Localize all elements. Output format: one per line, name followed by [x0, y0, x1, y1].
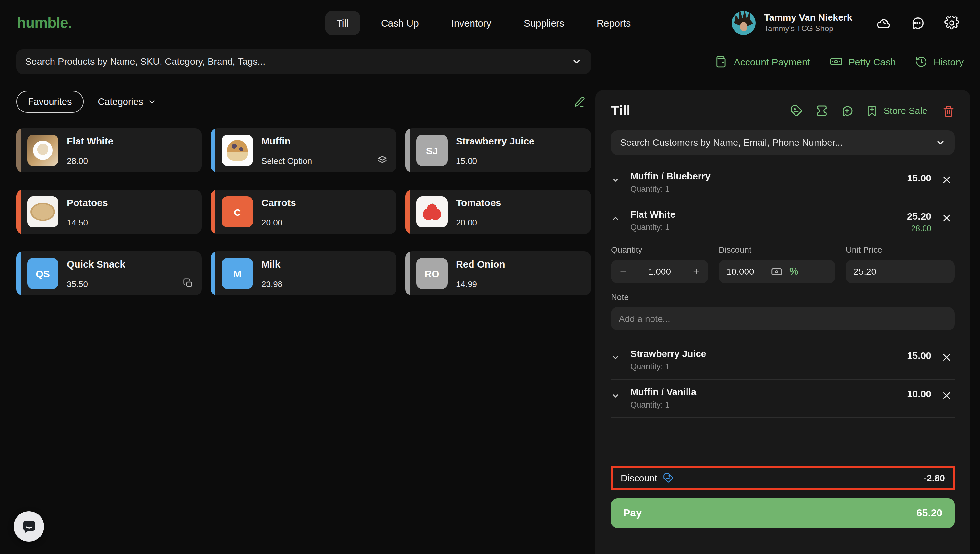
customer-search-input[interactable] [620, 137, 935, 148]
pos-app: humble. Till Cash Up Inventory Suppliers… [0, 0, 980, 554]
customer-search[interactable] [611, 130, 955, 155]
discount-summary-row[interactable]: Discount -2.80 [611, 466, 955, 490]
remove-item-icon[interactable] [942, 349, 955, 362]
clear-till-button[interactable] [942, 105, 955, 117]
product-card-potatoes[interactable]: Potatoes 14.50 [16, 190, 202, 234]
chevron-down-icon [148, 97, 156, 106]
product-name: Potatoes [67, 197, 108, 208]
chevron-down-icon[interactable] [571, 56, 582, 67]
remove-item-icon[interactable] [942, 171, 955, 185]
expand-chevron-down-icon[interactable] [611, 387, 630, 400]
store-sale-label: Store Sale [884, 106, 927, 116]
favourites-button[interactable]: Favourites [16, 91, 83, 113]
tab-cash-up[interactable]: Cash Up [369, 11, 431, 35]
expand-chevron-down-icon[interactable] [611, 349, 630, 362]
product-price: 35.50 [67, 279, 88, 289]
product-image [222, 135, 253, 166]
note-input-box [611, 307, 955, 330]
cart-item-muffin-blueberry: Muffin / Blueberry Quantity: 1 15.00 [611, 164, 955, 202]
product-card-carrots[interactable]: C Carrots 20.00 [211, 190, 396, 234]
collapse-chevron-up-icon[interactable] [611, 209, 630, 223]
product-card-quick-snack[interactable]: QS Quick Snack 35.50 [16, 252, 202, 296]
discount-cash-mode-icon[interactable] [771, 265, 783, 278]
voucher-button[interactable] [816, 104, 828, 117]
till-header: Till Store Sale [611, 103, 955, 119]
add-note-button[interactable] [841, 104, 854, 117]
quantity-label: Quantity [611, 245, 708, 255]
petty-cash-button[interactable]: Petty Cash [830, 55, 896, 68]
category-stripe [405, 252, 410, 296]
product-card-strawberry-juice[interactable]: SJ Strawberry Juice 15.00 [405, 128, 591, 172]
product-card-flat-white[interactable]: Flat White 28.00 [16, 128, 202, 172]
tab-inventory[interactable]: Inventory [440, 11, 503, 35]
user-shop-name: Tammy's TCG Shop [764, 24, 852, 33]
sale-discount-button[interactable] [790, 104, 803, 117]
unit-price-input[interactable] [854, 266, 947, 277]
summary-spacer [611, 418, 955, 466]
edit-favourites-button[interactable] [573, 96, 591, 108]
till-panel: Till Store Sale [595, 90, 970, 554]
filter-row: Favourites Categories [16, 90, 591, 113]
quantity-plus-button[interactable]: + [692, 266, 701, 277]
unit-price-input-box [846, 260, 955, 283]
history-button[interactable]: History [916, 56, 964, 68]
quantity-value[interactable]: 1.000 [648, 266, 671, 277]
remove-item-icon[interactable] [942, 209, 955, 223]
discount-input[interactable] [726, 266, 764, 277]
product-name: Quick Snack [67, 258, 125, 269]
chevron-down-icon[interactable] [935, 137, 946, 148]
quantity-minus-button[interactable]: − [619, 266, 627, 277]
product-card-tomatoes[interactable]: Tomatoes 20.00 [405, 190, 591, 234]
support-chat-button[interactable] [14, 511, 44, 542]
till-title: Till [611, 103, 630, 119]
product-search-input[interactable] [25, 56, 571, 67]
user-name: Tammy Van Niekerk [764, 12, 852, 24]
cloud-sync-icon[interactable] [870, 10, 896, 36]
settings-gear-icon[interactable] [939, 10, 964, 36]
product-price: 20.00 [456, 218, 477, 228]
remove-item-icon[interactable] [942, 387, 955, 400]
unit-price-field-group: Unit Price [846, 245, 955, 283]
product-card-red-onion[interactable]: RO Red Onion 14.99 [405, 252, 591, 296]
cart-item-info: Flat White Quantity: 1 [630, 209, 907, 232]
cart-item-muffin-vanilla: Muffin / Vanilla Quantity: 1 10.00 [611, 379, 955, 417]
bookmark-plus-icon [866, 105, 878, 117]
tab-suppliers[interactable]: Suppliers [512, 11, 576, 35]
product-price: 23.98 [262, 279, 283, 289]
tab-reports[interactable]: Reports [585, 11, 642, 35]
banknote-icon [830, 55, 843, 68]
product-image [27, 135, 58, 166]
discount-input-box: % [718, 260, 835, 283]
store-sale-button[interactable]: Store Sale [866, 105, 927, 117]
expand-chevron-down-icon[interactable] [611, 171, 630, 185]
category-stripe [405, 128, 410, 172]
discount-summary-label: Discount [621, 472, 674, 483]
product-card-muffin[interactable]: Muffin Select Option [211, 128, 396, 172]
discount-percent-mode-icon[interactable]: % [789, 266, 798, 277]
quick-actions-row: Account Payment Petty Cash History [595, 49, 970, 74]
user-names: Tammy Van Niekerk Tammy's TCG Shop [764, 12, 852, 33]
product-initials: M [222, 258, 253, 289]
cart-item-name: Flat White [630, 209, 907, 220]
account-payment-label: Account Payment [734, 56, 810, 67]
product-name: Strawberry Juice [456, 135, 535, 146]
product-price: 14.99 [456, 279, 477, 289]
cart-item-quantity: Quantity: 1 [630, 362, 907, 371]
tab-till[interactable]: Till [325, 11, 360, 35]
cart-item-price: 10.00 [907, 387, 931, 399]
product-select-option-label: Select Option [262, 156, 312, 166]
categories-dropdown[interactable]: Categories [97, 97, 156, 107]
note-input[interactable] [619, 314, 947, 324]
product-search[interactable] [16, 49, 591, 74]
cart-item-price: 15.00 [907, 349, 931, 361]
trash-icon [942, 105, 955, 117]
avatar[interactable] [732, 11, 756, 35]
feedback-chat-icon[interactable] [904, 10, 930, 36]
account-payment-button[interactable]: Account Payment [716, 56, 810, 68]
discount-field-group: Discount % [718, 245, 835, 283]
till-tools: Store Sale [790, 104, 955, 117]
intercom-chat-icon [21, 519, 37, 534]
pay-button[interactable]: Pay 65.20 [611, 498, 955, 528]
product-card-milk[interactable]: M Milk 23.98 [211, 252, 396, 296]
product-initials: C [222, 196, 253, 228]
